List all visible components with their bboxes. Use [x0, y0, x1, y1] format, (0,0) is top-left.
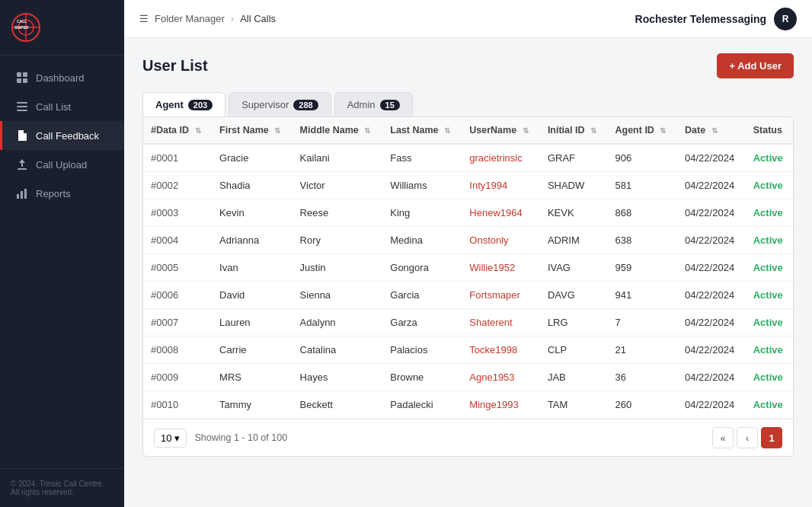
tab-admin[interactable]: Admin 15 — [334, 92, 413, 116]
tab-agent-label: Agent — [155, 99, 184, 110]
cell-agent-id: 260 — [608, 391, 678, 419]
cell-agent-id: 638 — [608, 227, 678, 254]
cell-middle-name: Catalina — [293, 336, 383, 364]
sidebar-item-reports[interactable]: Reports — [0, 179, 124, 208]
cell-agent-id: 21 — [608, 336, 678, 364]
sidebar-item-call-feedback[interactable]: Call Feedback — [0, 121, 124, 150]
cell-data-id: #0009 — [143, 364, 212, 391]
user-table: #Data ID ⇅ First Name ⇅ Middle Name ⇅ La… — [143, 117, 793, 419]
tab-agent[interactable]: Agent 203 — [142, 92, 225, 116]
cell-first-name: Tammy — [212, 391, 293, 419]
cell-date: 04/22/2024 — [677, 309, 746, 336]
breadcrumb-folder[interactable]: Folder Manager — [155, 13, 225, 24]
cell-agent-id: 941 — [608, 282, 678, 309]
cell-initial-id: JAB — [540, 364, 608, 391]
hamburger-icon[interactable]: ☰ — [139, 13, 149, 24]
tab-supervisor[interactable]: Supervisor 288 — [229, 92, 331, 116]
svg-rect-13 — [20, 136, 24, 137]
per-page-select[interactable]: 10 ▾ — [154, 429, 187, 448]
cell-first-name: MRS — [212, 364, 293, 391]
tab-admin-label: Admin — [347, 99, 376, 110]
table-row[interactable]: #0004 Adrianna Rory Medina Onstonly ADRI… — [143, 227, 793, 254]
sort-icon-last-name: ⇅ — [444, 126, 450, 135]
cell-initial-id: KEVK — [540, 199, 608, 227]
cell-last-name: Palacios — [382, 336, 462, 364]
col-agent-id[interactable]: Agent ID ⇅ — [608, 117, 678, 144]
cell-last-name: Garcia — [382, 282, 462, 309]
cell-data-id: #0001 — [143, 144, 212, 172]
cell-date: 04/22/2024 — [677, 144, 746, 172]
cell-username[interactable]: Fortsmaper — [462, 282, 540, 309]
cell-status: Active — [746, 336, 793, 364]
cell-username[interactable]: Tocke1998 — [462, 336, 540, 364]
table-row[interactable]: #0008 Carrie Catalina Palacios Tocke1998… — [143, 336, 793, 364]
page-1-button[interactable]: 1 — [761, 427, 782, 448]
cell-initial-id: GRAF — [540, 144, 608, 172]
cell-status: Active — [746, 199, 793, 227]
cell-middle-name: Sienna — [293, 282, 383, 309]
breadcrumb-current: All Calls — [240, 13, 276, 24]
svg-rect-14 — [20, 138, 24, 139]
avatar[interactable]: R — [774, 8, 797, 30]
org-name: Rochester Telemessaging — [635, 13, 766, 25]
table-row[interactable]: #0005 Ivan Justin Gongora Willie1952 IVA… — [143, 254, 793, 282]
breadcrumb-separator: › — [231, 13, 234, 24]
first-page-button[interactable]: « — [712, 427, 734, 448]
cell-username[interactable]: Minge1993 — [462, 391, 540, 419]
cell-data-id: #0006 — [143, 282, 212, 309]
table-row[interactable]: #0002 Shadia Victor Williams Inty1994 SH… — [143, 172, 793, 199]
cell-status: Active — [746, 391, 793, 419]
col-username[interactable]: UserName ⇅ — [462, 117, 540, 144]
cell-initial-id: TAM — [540, 391, 608, 419]
cell-agent-id: 7 — [608, 309, 678, 336]
table-row[interactable]: #0010 Tammy Beckett Padalecki Minge1993 … — [143, 391, 793, 419]
col-middle-name[interactable]: Middle Name ⇅ — [293, 117, 383, 144]
cell-username[interactable]: Inty1994 — [462, 172, 540, 199]
upload-icon — [16, 158, 28, 171]
sidebar-item-dashboard[interactable]: Dashboard — [0, 63, 124, 92]
cell-initial-id: LRG — [540, 309, 608, 336]
svg-text:SNIPER: SNIPER — [14, 25, 29, 30]
cell-username[interactable]: Agne1953 — [462, 364, 540, 391]
cell-username[interactable]: Willie1952 — [462, 254, 540, 282]
call-sniper-logo: CALL SNIPER — [11, 12, 41, 43]
col-data-id[interactable]: #Data ID ⇅ — [143, 117, 212, 144]
cell-username[interactable]: Onstonly — [462, 227, 540, 254]
svg-rect-16 — [17, 194, 19, 199]
cell-username[interactable]: gracietrinsic — [462, 144, 540, 172]
col-initial-id[interactable]: Initial ID ⇅ — [540, 117, 608, 144]
cell-last-name: Gongora — [382, 254, 462, 282]
cell-date: 04/22/2024 — [677, 364, 746, 391]
col-first-name[interactable]: First Name ⇅ — [212, 117, 293, 144]
cell-first-name: Ivan — [212, 254, 293, 282]
cell-data-id: #0005 — [143, 254, 212, 282]
col-date[interactable]: Date ⇅ — [677, 117, 746, 144]
file-icon — [16, 129, 28, 142]
col-last-name[interactable]: Last Name ⇅ — [382, 117, 462, 144]
sidebar-item-label: Call Upload — [36, 159, 87, 171]
pagination-left: 10 ▾ Showing 1 - 10 of 100 — [154, 429, 287, 448]
cell-last-name: Fass — [382, 144, 462, 172]
cell-username[interactable]: Shaterent — [462, 309, 540, 336]
cell-username[interactable]: Henew1964 — [462, 199, 540, 227]
table-row[interactable]: #0006 David Sienna Garcia Fortsmaper DAV… — [143, 282, 793, 309]
table-row[interactable]: #0003 Kevin Reese King Henew1964 KEVK 86… — [143, 199, 793, 227]
sidebar-item-call-upload[interactable]: Call Upload — [0, 150, 124, 179]
page-header: User List + Add User — [142, 53, 794, 78]
page-title: User List — [142, 57, 208, 75]
table-row[interactable]: #0007 Lauren Adalynn Garza Shaterent LRG… — [143, 309, 793, 336]
prev-page-button[interactable]: ‹ — [737, 427, 758, 448]
cell-first-name: Lauren — [212, 309, 293, 336]
sidebar: CALL SNIPER Dashboard Call List Call Fee… — [0, 0, 124, 507]
sidebar-item-call-list[interactable]: Call List — [0, 92, 124, 121]
cell-middle-name: Justin — [293, 254, 383, 282]
cell-first-name: Gracie — [212, 144, 293, 172]
sidebar-item-label: Call Feedback — [36, 130, 99, 142]
table-row[interactable]: #0009 MRS Hayes Browne Agne1953 JAB 36 0… — [143, 364, 793, 391]
svg-rect-7 — [23, 72, 27, 77]
tab-admin-badge: 15 — [380, 100, 400, 110]
tab-supervisor-label: Supervisor — [241, 99, 289, 110]
table-row[interactable]: #0001 Gracie Kailani Fass gracietrinsic … — [143, 144, 793, 172]
add-user-button[interactable]: + Add User — [717, 53, 794, 78]
cell-last-name: Williams — [382, 172, 462, 199]
